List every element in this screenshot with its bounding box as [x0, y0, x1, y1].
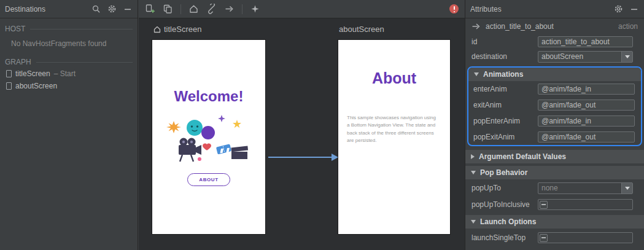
home-icon[interactable] [188, 4, 199, 14]
deep-link-icon[interactable] [206, 4, 217, 14]
exitanim-row: exitAnim [468, 97, 641, 113]
duplicate-icon[interactable] [163, 4, 173, 14]
graph-item-aboutscreen[interactable]: aboutScreen [0, 80, 138, 92]
indeterminate-checkbox[interactable] [540, 234, 548, 242]
aboutscreen-preview[interactable]: About This sample showcases navigation u… [338, 40, 450, 234]
gear-icon[interactable] [613, 4, 623, 14]
navigation-editor: Destinations HOST No NavHostFragments fo… [0, 0, 644, 250]
start-home-icon [153, 26, 161, 33]
graph-item-label: titleScreen [15, 69, 50, 78]
aboutscreen-label[interactable]: aboutScreen [339, 25, 384, 34]
id-label: id [471, 37, 538, 46]
welcome-heading: Welcome! [152, 88, 265, 105]
popenteranim-input[interactable] [538, 115, 635, 127]
collapse-triangle-icon [471, 171, 476, 174]
pop-behavior-title: Pop Behavior [480, 168, 527, 177]
graph-section-label: GRAPH [0, 52, 138, 68]
chevron-down-icon [621, 183, 632, 193]
auto-arrange-icon[interactable] [250, 4, 260, 14]
popuptoinclusive-field[interactable] [538, 199, 633, 210]
collapse-triangle-icon [474, 72, 479, 76]
toolbar-right [449, 4, 459, 14]
popexitanim-input[interactable] [538, 131, 635, 143]
launch-options-title: Launch Options [480, 217, 536, 226]
argument-defaults-section-header[interactable]: Argument Default Values [465, 150, 644, 163]
destination-row: destination aboutScreen [465, 49, 644, 64]
graph-item-titlescreen[interactable]: titleScreen – Start [0, 68, 138, 80]
enteranim-row: enterAnim [468, 81, 641, 97]
titlescreen-preview[interactable]: Welcome! [152, 40, 265, 234]
toolbar-separator [242, 4, 242, 14]
launchsingletop-field[interactable] [538, 232, 633, 243]
minimize-icon[interactable] [123, 4, 133, 14]
search-icon[interactable] [91, 4, 101, 14]
popuptoinclusive-row: popUpToInclusive [465, 197, 644, 213]
argument-defaults-title: Argument Default Values [479, 152, 566, 161]
graph-item-label: aboutScreen [15, 82, 57, 90]
popupto-dropdown[interactable]: none [538, 182, 633, 194]
destination-value: aboutScreen [538, 52, 621, 61]
destinations-header-icons [91, 4, 133, 14]
action-type: action [618, 22, 638, 31]
popexitanim-label: popExitAnim [473, 133, 538, 141]
attributes-header-icons [613, 4, 639, 14]
welcome-illustration [163, 110, 255, 166]
titlescreen-label[interactable]: titleScreen [153, 25, 201, 34]
exitanim-input[interactable] [538, 100, 635, 111]
enteranim-input[interactable] [538, 84, 635, 95]
popuptoinclusive-label: popUpToInclusive [471, 200, 538, 209]
aboutscreen-label-text: aboutScreen [339, 25, 384, 34]
launchsingletop-row: launchSingleTop [465, 229, 644, 247]
launch-options-section-header[interactable]: Launch Options [465, 215, 644, 229]
design-canvas: titleScreen Welcome! [139, 0, 465, 250]
host-section-label: HOST [0, 18, 138, 34]
action-arrow[interactable] [268, 152, 339, 162]
destination-screen-icon [6, 70, 12, 77]
id-input[interactable] [538, 36, 633, 47]
launchsingletop-label: launchSingleTop [471, 233, 538, 242]
attributes-panel: Attributes action_title_to_about action … [465, 0, 644, 250]
host-rule [30, 29, 133, 29]
popenteranim-label: popEnterAnim [473, 117, 538, 125]
action-icon [471, 22, 481, 31]
indeterminate-dash [541, 204, 546, 205]
animations-section-title: Animations [483, 70, 523, 79]
attributes-title: Attributes [470, 5, 502, 14]
popupto-row: popUpTo none [465, 179, 644, 197]
pop-behavior-section-header[interactable]: Pop Behavior [465, 166, 644, 179]
error-icon[interactable] [449, 4, 459, 14]
about-heading: About [338, 69, 450, 87]
destinations-title: Destinations [5, 5, 45, 14]
id-row: id [465, 34, 644, 49]
canvas-surface[interactable]: titleScreen Welcome! [139, 18, 465, 250]
popenteranim-row: popEnterAnim [468, 113, 641, 129]
action-arrow-icon[interactable] [224, 4, 235, 14]
chevron-down-icon [621, 52, 632, 62]
canvas-toolbar [139, 0, 465, 18]
destination-label: destination [471, 52, 538, 61]
graph-item-suffix: – Start [54, 69, 76, 78]
indeterminate-dash [541, 237, 546, 238]
destination-dropdown[interactable]: aboutScreen [538, 51, 633, 63]
about-button[interactable]: ABOUT [187, 173, 230, 186]
collapse-triangle-icon [471, 220, 476, 224]
toolbar-separator [180, 4, 181, 14]
gear-icon[interactable] [107, 4, 117, 14]
attributes-header: Attributes [465, 0, 644, 18]
indeterminate-checkbox[interactable] [540, 201, 548, 209]
add-destination-icon[interactable] [145, 4, 155, 14]
popupto-value: none [538, 184, 621, 192]
graph-rule [36, 62, 133, 63]
destination-screen-icon [6, 82, 12, 90]
popexitanim-row: popExitAnim [468, 129, 641, 145]
animations-highlight-box: Animations enterAnim exitAnim popEnterAn… [467, 66, 642, 146]
exitanim-label: exitAnim [473, 101, 538, 109]
minimize-icon[interactable] [629, 4, 639, 14]
expand-triangle-icon [471, 154, 475, 159]
popupto-label: popUpTo [471, 184, 538, 192]
about-body-text: This sample showcases navigation using a… [347, 114, 439, 145]
animations-section-header[interactable]: Animations [468, 68, 641, 81]
error-dot [454, 11, 456, 13]
enteranim-label: enterAnim [473, 85, 538, 93]
graph-section-text: GRAPH [5, 58, 31, 66]
